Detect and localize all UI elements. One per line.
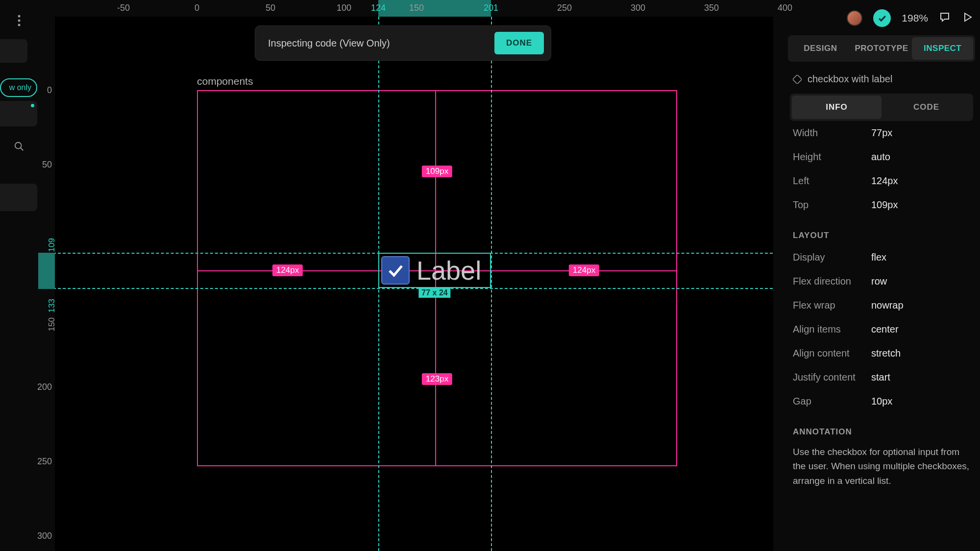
- svg-marker-5: [965, 13, 971, 21]
- collapsed-panel: [0, 39, 27, 63]
- property-key: Left: [793, 175, 871, 187]
- tab-prototype[interactable]: PROTOTYPE: [851, 37, 912, 60]
- property-value: 10px: [871, 396, 892, 407]
- inspect-panel: DESIGNPROTOTYPEINSPECT checkbox with lab…: [783, 34, 980, 551]
- subtab-code[interactable]: CODE: [882, 96, 971, 119]
- property-value: nowrap: [871, 300, 904, 311]
- property-value: auto: [871, 151, 890, 163]
- property-key: Align items: [793, 324, 871, 335]
- ruler-tick: 150: [409, 3, 424, 13]
- comment-icon[interactable]: [939, 11, 951, 25]
- ruler-tick: 300: [37, 531, 52, 541]
- property-key: Align content: [793, 348, 871, 359]
- ruler-tick: 250: [37, 456, 52, 467]
- property-row[interactable]: Align itemscenter: [788, 317, 975, 341]
- property-value: stretch: [871, 348, 901, 359]
- presence-check-icon[interactable]: [873, 9, 891, 27]
- checkbox-icon: [381, 256, 410, 285]
- ruler-tick: 0: [195, 3, 199, 13]
- property-value: flex: [871, 252, 886, 263]
- property-row[interactable]: Flex wrapnowrap: [788, 293, 975, 317]
- inspect-notice: Inspecting code (View Only) DONE: [255, 25, 551, 61]
- tab-design[interactable]: DESIGN: [790, 37, 851, 60]
- distance-badge: 109px: [422, 166, 452, 177]
- ruler-tick: 50: [42, 160, 52, 170]
- property-row[interactable]: Gap10px: [788, 389, 975, 413]
- property-key: Width: [793, 127, 871, 139]
- avatar[interactable]: [847, 10, 862, 26]
- zoom-level[interactable]: 198%: [902, 12, 928, 24]
- ruler-tick: 50: [266, 3, 275, 13]
- view-only-label: w only: [9, 83, 31, 92]
- ruler-tick: 400: [778, 3, 792, 13]
- ruler-tick: 100: [337, 3, 351, 13]
- svg-point-2: [18, 24, 21, 26]
- property-row[interactable]: Width77px: [788, 121, 975, 145]
- play-icon[interactable]: [961, 11, 973, 25]
- layer-thumbnail-selected[interactable]: [0, 184, 37, 211]
- distance-badge: 124px: [272, 264, 303, 276]
- element-name: checkbox with label: [788, 62, 975, 94]
- svg-rect-6: [793, 75, 802, 84]
- guide-horizontal: [55, 288, 773, 289]
- property-key: Height: [793, 151, 871, 163]
- property-key: Flex direction: [793, 276, 871, 287]
- property-row[interactable]: Left124px: [788, 169, 975, 193]
- kebab-menu-icon[interactable]: [18, 15, 21, 28]
- property-row[interactable]: Heightauto: [788, 145, 975, 169]
- property-key: Display: [793, 252, 871, 263]
- ruler-tick: 200: [37, 382, 52, 392]
- ruler-tick: 124: [371, 3, 386, 13]
- property-row[interactable]: Displayflex: [788, 245, 975, 269]
- distance-badge: 123px: [422, 373, 452, 385]
- svg-point-1: [18, 20, 21, 22]
- ruler-tick: 300: [631, 3, 645, 13]
- done-button[interactable]: DONE: [494, 32, 544, 54]
- tab-inspect[interactable]: INSPECT: [912, 37, 973, 60]
- property-row[interactable]: Top109px: [788, 193, 975, 217]
- panel-subtabs: INFOCODE: [790, 94, 973, 121]
- canvas[interactable]: -50050100124150201250300350400 050109133…: [38, 0, 773, 551]
- property-key: Top: [793, 199, 871, 211]
- layout-section-title: LAYOUT: [788, 217, 975, 245]
- annotation-section-title: ANNOTATION: [788, 413, 975, 442]
- subtab-info[interactable]: INFO: [792, 96, 882, 119]
- property-key: Gap: [793, 396, 871, 407]
- property-row[interactable]: Justify contentstart: [788, 365, 975, 389]
- checkbox-label: Label: [416, 255, 481, 286]
- property-value: 109px: [871, 199, 898, 211]
- property-key: Flex wrap: [793, 300, 871, 311]
- property-value: center: [871, 324, 899, 335]
- property-value: start: [871, 372, 890, 383]
- ruler-tick: 250: [557, 3, 572, 13]
- svg-point-0: [18, 15, 21, 18]
- element-name-text: checkbox with label: [808, 73, 892, 85]
- search-icon[interactable]: [14, 141, 24, 154]
- panel-tabs: DESIGNPROTOTYPEINSPECT: [788, 35, 975, 62]
- guide-vertical: [491, 17, 492, 551]
- property-value: row: [871, 276, 887, 287]
- svg-line-4: [21, 148, 24, 151]
- property-row[interactable]: Flex directionrow: [788, 269, 975, 293]
- distance-badge: 124px: [569, 264, 599, 276]
- layer-thumbnail[interactable]: [0, 101, 37, 126]
- ruler-horizontal: -50050100124150201250300350400: [55, 0, 773, 17]
- ruler-tick: 201: [484, 3, 498, 13]
- notice-text: Inspecting code (View Only): [268, 38, 390, 49]
- property-row[interactable]: Align contentstretch: [788, 341, 975, 365]
- ruler-vertical: 050109133150200250300: [38, 17, 55, 551]
- property-value: 77px: [871, 127, 892, 139]
- property-key: Justify content: [793, 372, 871, 383]
- frame-label: components: [197, 75, 253, 87]
- ruler-tick: -50: [117, 3, 130, 13]
- ruler-tick: 0: [47, 85, 52, 96]
- annotation-text: Use the checkbox for optional input from…: [788, 442, 975, 491]
- selected-element[interactable]: Label 77 x 24: [378, 253, 491, 288]
- svg-point-3: [15, 143, 22, 149]
- ruler-tick: 350: [704, 3, 719, 13]
- view-only-pill[interactable]: w only: [0, 78, 37, 97]
- dimension-badge: 77 x 24: [418, 288, 450, 298]
- property-value: 124px: [871, 175, 898, 187]
